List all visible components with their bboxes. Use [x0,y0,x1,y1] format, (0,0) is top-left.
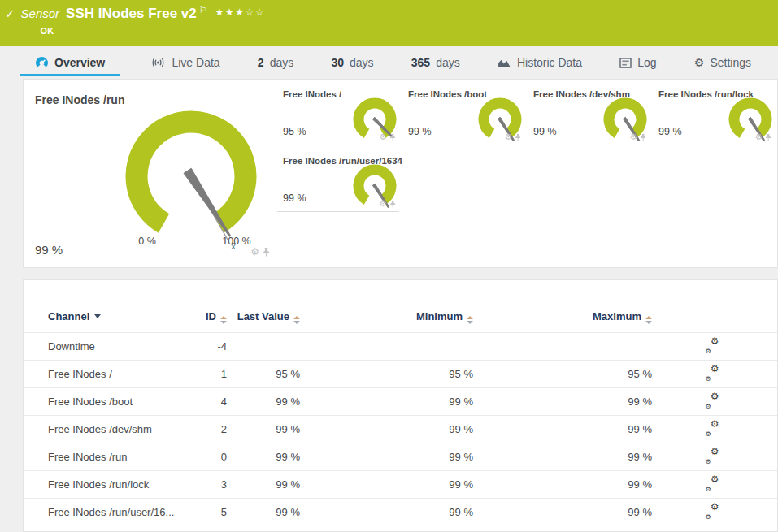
cell-id: 4 [186,388,227,416]
cell-mn: 99 % [300,416,473,443]
pin-icon[interactable] [515,134,521,141]
column-label: Maximum [593,310,641,322]
channel-settings-icon[interactable]: ⚙⚙ [707,423,719,434]
tile-actions: ⚙ [630,134,646,141]
cell-actions: ⚙⚙ [652,499,774,526]
cell-mn: 99 % [300,499,473,526]
cell-mn: 99 % [300,443,473,471]
cell-ch: Free INodes / [24,361,186,388]
gear-icon[interactable]: ⚙ [755,134,763,141]
gauge-tile-primary: Free INodes /run x̄ 0 % 100 % 99 % ⚙ [27,83,275,262]
tab-overview[interactable]: Overview [20,46,120,79]
gauge-value: 99 % [35,243,63,257]
small-gauge-grid: Free INodes /95 %⚙Free INodes /boot99 %⚙… [277,83,778,216]
cell-lv: 99 % [227,443,300,471]
table-row: Free INodes /run/user/16...599 %99 %99 %… [24,499,777,526]
cell-mx: 99 % [473,471,652,499]
cell-ch: Free INodes /boot [24,388,186,416]
flag-icon[interactable]: ⚐ [199,2,207,18]
gauge-tile: Free INodes /95 %⚙ [277,83,399,145]
gauge-value: 95 % [283,126,306,137]
tab-label: Log [637,56,656,69]
status-check-icon: ✓ [5,6,15,22]
cell-id: -4 [186,333,227,361]
column-header-id[interactable]: ID [186,305,227,333]
table-row: Free INodes /run/lock399 %99 %99 %⚙⚙ [24,471,777,499]
tab-365-days[interactable]: 365days [405,46,467,79]
table-row: Free INodes /195 %95 %95 %⚙⚙ [24,361,777,388]
sort-icon [467,316,473,324]
cell-mn: 99 % [300,388,473,416]
cell-actions: ⚙⚙ [652,361,774,388]
cell-ch: Free INodes /run/user/16... [24,499,186,526]
sort-desc-icon [94,314,101,318]
cell-actions: ⚙⚙ [652,388,774,416]
channel-settings-icon[interactable]: ⚙⚙ [707,396,719,406]
tab-label: days [270,56,294,69]
column-header-maximum[interactable]: Maximum [473,305,652,333]
column-label: Last Value [237,310,289,322]
sensor-title: SSH INodes Free v2 [66,6,197,22]
gear-icon[interactable]: ⚙ [630,134,637,141]
tab-30-days[interactable]: 30days [324,46,380,79]
gauge-tile: Free INodes /boot99 %⚙ [402,83,524,145]
tab-2-days[interactable]: 2days [251,46,300,79]
tab-live-data[interactable]: Live Data [144,46,226,79]
table-row: Downtime-4⚙⚙ [24,333,777,361]
channel-settings-icon[interactable]: ⚙⚙ [707,478,719,489]
cell-mn: 95 % [300,361,473,388]
gauge-value: 99 % [408,126,432,137]
gear-icon[interactable]: ⚙ [505,134,512,141]
pin-icon[interactable] [389,134,396,141]
gauge-axis-max-label: 100 % [212,236,261,247]
table-row: Free INodes /dev/shm299 %99 %99 %⚙⚙ [24,416,777,443]
column-header-last-value[interactable]: Last Value [227,305,300,333]
column-header-minimum[interactable]: Minimum [300,305,473,333]
tab-label: days [436,56,460,69]
priority-stars[interactable]: ★★★☆☆ [215,4,265,20]
gear-icon[interactable]: ⚙ [380,134,387,141]
channel-settings-icon[interactable]: ⚙⚙ [707,368,719,378]
tile-actions: ⚙ [380,201,396,208]
channel-settings-icon[interactable]: ⚙⚙ [707,506,719,517]
cell-ch: Downtime [24,333,186,361]
cell-actions: ⚙⚙ [652,416,774,443]
gear-icon: ⚙ [694,57,705,68]
gauge-value: 99 % [658,126,682,137]
cell-lv: 99 % [227,416,300,443]
column-label: Channel [48,310,89,322]
channel-table: ChannelIDLast ValueMinimumMaximum Downti… [24,305,777,526]
chart-icon [498,58,511,68]
pin-icon[interactable] [389,201,396,208]
channel-settings-icon[interactable]: ⚙⚙ [707,340,719,351]
pin-icon[interactable] [263,248,270,257]
channel-table-panel: ChannelIDLast ValueMinimumMaximum Downti… [23,279,778,532]
cell-lv [227,333,300,361]
cell-mx [473,333,652,361]
log-icon [619,58,632,68]
gear-icon[interactable]: ⚙ [380,201,387,208]
sort-icon [645,316,652,324]
cell-ch: Free INodes /run [24,443,186,471]
cell-mn [300,333,473,361]
tab-settings[interactable]: ⚙Settings [688,46,758,79]
tab-number: 2 [258,56,264,69]
tab-label: Overview [54,56,105,69]
tab-number: 30 [331,56,344,69]
column-label: Minimum [416,310,463,322]
cell-id: 3 [186,471,227,499]
tab-bar: OverviewLive Data2days30days365daysHisto… [0,46,778,79]
sort-icon [293,316,300,324]
cell-mx: 99 % [473,499,652,526]
pin-icon[interactable] [765,134,771,141]
gauge-value: 99 % [533,126,557,137]
tab-historic-data[interactable]: Historic Data [491,46,589,79]
column-header-actions [652,305,774,333]
gear-icon[interactable]: ⚙ [250,248,259,257]
column-header-channel[interactable]: Channel [24,305,186,333]
tile-actions: ⚙ [380,134,396,141]
channel-settings-icon[interactable]: ⚙⚙ [707,451,719,461]
pin-icon[interactable] [640,134,646,141]
cell-ch: Free INodes /run/lock [24,471,186,499]
tab-log[interactable]: Log [613,46,663,79]
